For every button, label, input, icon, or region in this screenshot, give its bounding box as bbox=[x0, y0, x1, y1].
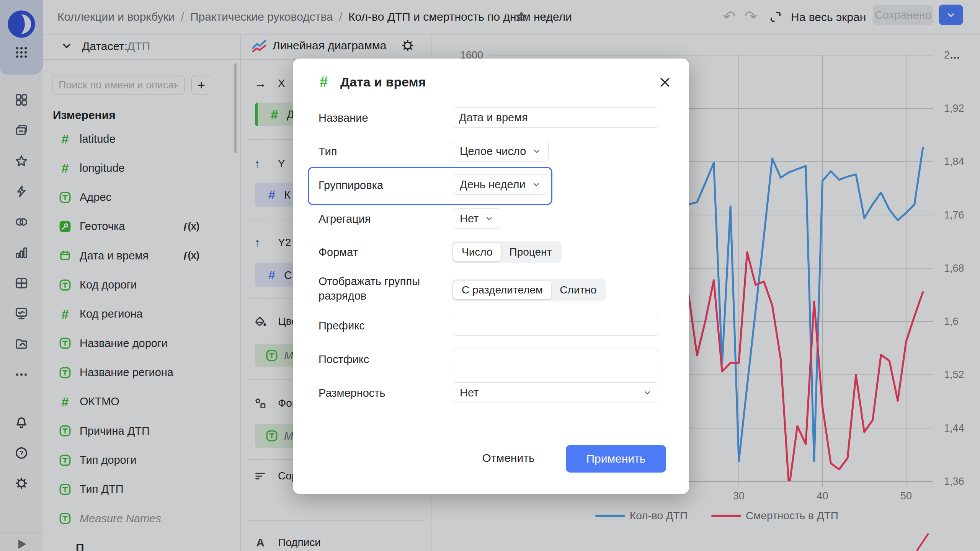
chevron-down-icon bbox=[531, 179, 542, 190]
type-label: Тип bbox=[318, 145, 337, 158]
field-settings-dialog: # Дата и время Название Тип Целое число … bbox=[293, 59, 689, 494]
aggregation-select[interactable]: Нет bbox=[452, 208, 501, 229]
digit-groups-label: Отображать группы разрядов bbox=[318, 274, 451, 303]
postfix-input[interactable] bbox=[452, 349, 659, 369]
segment-option[interactable]: Число bbox=[453, 243, 501, 261]
prefix-input[interactable] bbox=[452, 315, 659, 336]
aggregation-value: Нет bbox=[460, 212, 479, 225]
app-screen: Коллекции и воркбуки/Практические руково… bbox=[0, 0, 980, 551]
digit-groups-segmented-control: С разделителемСлитно bbox=[452, 279, 606, 301]
chevron-down-icon bbox=[484, 213, 495, 224]
format-label: Формат bbox=[318, 246, 358, 259]
dimension-label: Размерность bbox=[318, 387, 385, 399]
close-icon[interactable] bbox=[657, 74, 673, 91]
chevron-down-icon bbox=[531, 146, 542, 156]
dimension-select[interactable]: Нет bbox=[452, 382, 659, 403]
segment-option[interactable]: С разделителем bbox=[453, 281, 551, 299]
apply-button[interactable]: Применить bbox=[566, 445, 666, 473]
number-type-icon: # bbox=[320, 74, 328, 90]
type-value: Целое число bbox=[460, 145, 526, 158]
dialog-title: Дата и время bbox=[340, 75, 426, 90]
name-label: Название bbox=[318, 112, 368, 124]
segment-option[interactable]: Процент bbox=[501, 243, 560, 261]
cancel-button[interactable]: Отменить bbox=[480, 447, 537, 469]
prefix-label: Префикс bbox=[318, 320, 365, 332]
dimension-value: Нет bbox=[460, 386, 479, 399]
grouping-select[interactable]: День недели bbox=[452, 174, 548, 195]
type-select[interactable]: Целое число bbox=[452, 141, 549, 161]
name-input[interactable] bbox=[452, 107, 659, 128]
postfix-label: Постфикс bbox=[318, 353, 369, 366]
grouping-value: День недели bbox=[460, 178, 526, 191]
aggregation-label: Агрегация bbox=[318, 213, 371, 225]
chevron-down-icon bbox=[642, 387, 653, 398]
format-segmented-control: ЧислоПроцент bbox=[452, 241, 562, 263]
segment-option[interactable]: Слитно bbox=[551, 281, 605, 299]
grouping-label: Группировка bbox=[318, 179, 383, 192]
